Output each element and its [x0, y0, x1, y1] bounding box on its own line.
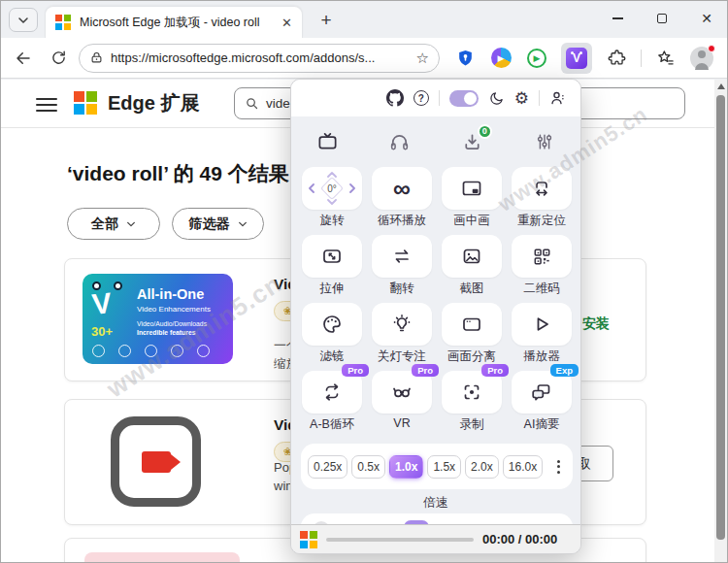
ab-loop-button[interactable]: Pro	[302, 371, 362, 414]
tab-advanced[interactable]	[509, 120, 581, 163]
feature-label: 拉伸	[320, 281, 345, 297]
video-roll-popup: ? ⚙ 0	[290, 79, 581, 554]
feature-label: 重新定位	[517, 213, 566, 229]
banner-line2: Incredible features	[137, 329, 195, 336]
help-button[interactable]: ?	[414, 90, 429, 106]
filter-button[interactable]	[302, 303, 362, 346]
feature-label: 画中画	[453, 213, 490, 229]
new-tab-button[interactable]: +	[314, 9, 339, 32]
rotate-down-chevron[interactable]	[327, 197, 337, 207]
speed-more-button[interactable]	[551, 458, 566, 476]
rotate-left-chevron[interactable]	[307, 183, 316, 193]
feature-qrcode: 二维码	[507, 235, 577, 303]
feature-label: 画面分离	[447, 348, 496, 365]
stretch-button[interactable]	[302, 235, 362, 278]
theme-toggle[interactable]	[449, 90, 479, 107]
address-bar[interactable]: https://microsoftedge.microsoft.com/addo…	[79, 44, 440, 73]
scrollbar-thumb[interactable]	[716, 95, 725, 540]
speed-1.0x-button-selected[interactable]: 1.0x	[389, 455, 423, 479]
tab-search-button[interactable]	[9, 8, 38, 32]
popup-header-separator	[439, 90, 440, 106]
speed-2.0x-button[interactable]: 2.0x	[465, 455, 499, 479]
ai-summary-button[interactable]: Exp	[512, 371, 572, 414]
tab-strip: Microsoft Edge 加载项 - video roll ✕ + ✕	[1, 1, 728, 38]
chevron-down-icon	[17, 15, 29, 26]
scrollbar-up-arrow[interactable]	[717, 83, 725, 89]
window-minimize-button[interactable]	[595, 1, 640, 36]
play-triangle-icon	[530, 313, 553, 336]
record-button[interactable]: Pro	[442, 371, 502, 414]
hamburger-menu-button[interactable]	[36, 94, 57, 116]
popup-header: ? ⚙	[291, 80, 580, 116]
page-scrollbar[interactable]	[714, 80, 727, 563]
feature-label: 截图	[460, 281, 484, 297]
back-button[interactable]	[9, 44, 38, 73]
puzzle-icon	[608, 49, 626, 67]
banner-line1: Video/Audio/Downloads	[137, 320, 207, 327]
favorites-hub-button[interactable]	[654, 47, 678, 70]
rotate-right-chevron[interactable]	[347, 183, 357, 193]
sliders-icon	[534, 131, 555, 152]
gear-icon[interactable]: ⚙	[514, 90, 529, 107]
speed-16.0x-button[interactable]: 16.0x	[503, 455, 543, 479]
colorful-play-icon: ▶	[491, 48, 512, 68]
refresh-icon	[50, 50, 67, 66]
profile-button[interactable]	[690, 47, 713, 70]
banner-subtitle: Video Enhancements	[137, 305, 211, 314]
window-close-button[interactable]: ✕	[684, 1, 728, 36]
browser-tab[interactable]: Microsoft Edge 加载项 - video roll ✕	[45, 6, 303, 38]
tab-download[interactable]: 0	[436, 120, 509, 163]
tab-close-icon[interactable]: ✕	[281, 16, 292, 30]
ab-loop-icon	[320, 381, 344, 404]
extensions-menu-button[interactable]	[605, 47, 628, 70]
banner-title: All-in-One	[137, 286, 204, 302]
allinone-banner: V All-in-One Video Enhancements 30+ Vide…	[83, 274, 233, 364]
favorite-star-icon[interactable]: ☆	[416, 50, 429, 67]
player-button[interactable]	[512, 303, 572, 346]
feature-record: Pro 录制	[437, 371, 507, 439]
separate-button[interactable]	[442, 303, 502, 346]
tab-audio[interactable]	[364, 120, 437, 163]
qrcode-button[interactable]	[512, 235, 572, 278]
user-settings-icon[interactable]	[549, 89, 567, 107]
speed-0.25x-button[interactable]: 0.25x	[308, 455, 347, 479]
window-maximize-button[interactable]	[640, 1, 684, 36]
reposition-button[interactable]	[512, 167, 572, 210]
green-player-extension-icon[interactable]: ▶	[525, 47, 548, 70]
loop-button[interactable]: ∞	[372, 167, 432, 210]
flip-button[interactable]	[372, 235, 432, 278]
speed-0.5x-button[interactable]: 0.5x	[351, 455, 385, 479]
popup-tab-bar: 0	[291, 120, 580, 163]
rotate-control[interactable]: 0°	[302, 167, 362, 210]
lock-icon	[89, 50, 104, 65]
extensions-row: ▶ ▶ V •••	[453, 43, 728, 74]
media-player-extension-icon[interactable]: ▶	[489, 47, 513, 70]
speed-1.5x-button[interactable]: 1.5x	[427, 455, 461, 479]
vr-button[interactable]: Pro	[372, 371, 432, 414]
site-favicon-microsoft	[300, 531, 317, 548]
help-question-mark: ?	[418, 93, 424, 104]
pro-badge: Pro	[481, 364, 509, 377]
screenshot-button[interactable]	[442, 235, 502, 278]
window-icon	[460, 313, 483, 336]
install-link[interactable]: 安装	[582, 315, 610, 333]
results-title: ‘video roll’ 的 49 个结果	[67, 160, 289, 187]
chevron-down-icon	[238, 219, 248, 229]
filter-all-dropdown[interactable]: 全部	[67, 208, 160, 240]
tab-video[interactable]	[291, 120, 364, 163]
video-roll-extension-icon[interactable]: V	[561, 43, 592, 74]
video-progress-bar[interactable]	[326, 538, 474, 542]
feature-label: 滤镜	[320, 348, 345, 365]
tab-favicon-microsoft	[55, 15, 71, 30]
popup-bottom-bar: 00:00 / 00:00	[291, 524, 580, 553]
shield-extension-icon[interactable]	[453, 47, 477, 70]
filter-dropdown[interactable]: 筛选器	[172, 208, 264, 240]
green-play-icon: ▶	[527, 49, 546, 68]
rotate-up-chevron[interactable]	[327, 170, 337, 180]
moon-icon[interactable]	[488, 90, 505, 107]
refresh-button[interactable]	[44, 44, 73, 73]
url-text[interactable]: https://microsoftedge.microsoft.com/addo…	[111, 50, 411, 65]
github-icon[interactable]	[386, 89, 404, 107]
pip-button[interactable]	[442, 167, 502, 210]
lights-off-button[interactable]	[372, 303, 432, 346]
